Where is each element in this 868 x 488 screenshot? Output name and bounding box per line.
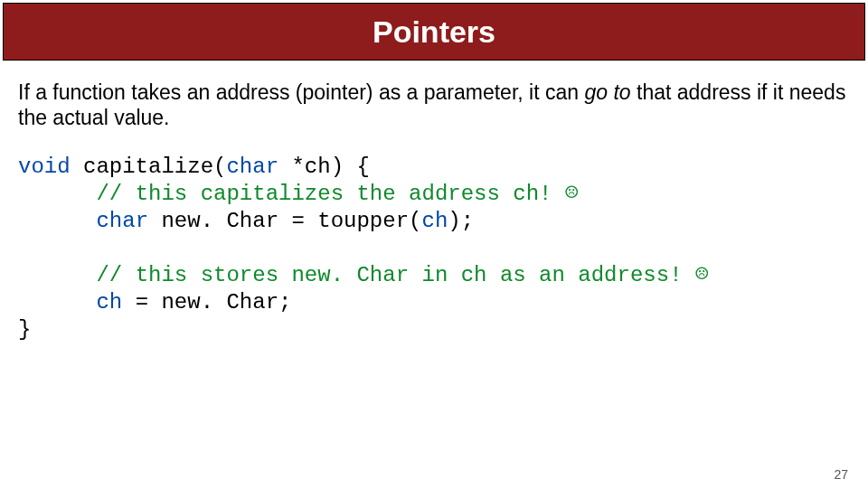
comment-1: // this capitalizes the address ch!: [96, 182, 564, 206]
code-ch-2: ch: [96, 290, 122, 314]
slide-title: Pointers: [373, 14, 495, 50]
kw-char-2: char: [96, 209, 148, 233]
code-l5b: = new. Char;: [122, 290, 291, 314]
code-l3d: );: [448, 209, 474, 233]
para-emph: go to: [584, 80, 630, 104]
code-block: void capitalize(char *ch) { // this capi…: [18, 154, 850, 343]
title-bar: Pointers: [3, 3, 865, 61]
sad-face-icon: ☹: [565, 182, 578, 206]
comment-2: // this stores new. Char in ch as an add…: [96, 263, 695, 287]
sad-face-icon-2: ☹: [695, 263, 708, 287]
slide-body: If a function takes an address (pointer)…: [0, 61, 868, 343]
code-close-brace: }: [18, 317, 31, 342]
intro-paragraph: If a function takes an address (pointer)…: [18, 80, 850, 130]
slide: Pointers If a function takes an address …: [0, 3, 868, 488]
code-ch-1: ch: [421, 209, 448, 233]
kw-char-1: char: [226, 155, 278, 179]
code-l3b: new. Char = toupper(: [148, 209, 421, 233]
kw-void: void: [18, 155, 71, 179]
para-pre: If a function takes an address (pointer)…: [18, 80, 584, 104]
slide-number: 27: [834, 467, 848, 482]
code-l1b: capitalize(: [71, 155, 227, 179]
code-l1d: *ch) {: [278, 155, 370, 179]
